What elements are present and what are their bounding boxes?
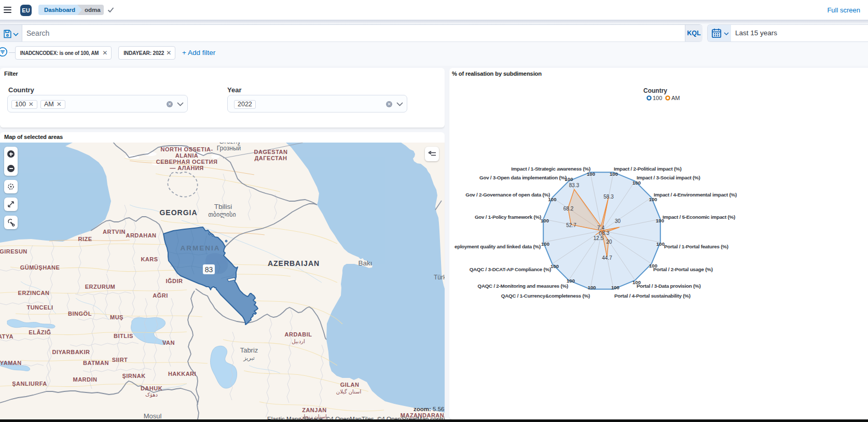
svg-text:MUŞ: MUŞ [110,314,123,320]
svg-text:100: 100 [587,171,595,177]
svg-text:ARDABIL: ARDABIL [285,331,312,337]
svg-text:zoom: 5.56: zoom: 5.56 [414,406,444,412]
svg-text:Portal / 2-Portal usage (%): Portal / 2-Portal usage (%) [653,266,713,272]
svg-text:83.3: 83.3 [569,182,580,188]
svg-text:100: 100 [656,241,665,247]
svg-text:58.3: 58.3 [603,194,614,200]
svg-text:VAN: VAN [162,340,175,346]
svg-text:GILAN: GILAN [340,382,360,388]
svg-text:AM: AM [671,95,680,101]
svg-text:68.2: 68.2 [563,206,574,212]
svg-text:AZERBAIJAN: AZERBAIJAN [268,259,320,268]
svg-text:ALANIA: ALANIA [175,152,199,159]
svg-text:100: 100 [541,218,549,223]
svg-text:Нальчик: Нальчик [155,143,180,144]
svg-text:52.7: 52.7 [566,222,576,228]
svg-text:GIRESUN: GIRESUN [0,248,27,255]
svg-text:GEORGIA: GEORGIA [159,208,197,217]
svg-text:ERZINCAN: ERZINCAN [18,290,50,296]
svg-text:GÜMÜŞHANE: GÜMÜŞHANE [20,264,60,271]
svg-text:KARS: KARS [141,256,158,262]
svg-text:DAHUK: DAHUK [141,385,162,391]
svg-text:AĞRI: AĞRI [153,292,168,299]
svg-text:ZANJAN: ZANJAN [302,407,327,413]
svg-text:ŞIRNAK: ŞIRNAK [122,373,145,379]
svg-text:ДАГЕСТАН: ДАГЕСТАН [255,155,287,161]
svg-text:Impact / 1-Strategic awareness: Impact / 1-Strategic awareness (%) [511,166,590,172]
svg-text:Portal / 1-Portal features (%): Portal / 1-Portal features (%) [664,244,728,249]
svg-text:SIIRT: SIIRT [112,357,128,363]
svg-text:Portal / 3-Data provision (%): Portal / 3-Data provision (%) [637,283,700,289]
svg-text:ARDAHAN: ARDAHAN [126,232,156,238]
svg-text:Türk: Türk [434,274,445,281]
svg-text:100: 100 [588,285,596,290]
svg-text:IĞDIR: IĞDIR [166,278,183,284]
svg-text:44.7: 44.7 [602,255,612,261]
svg-text:30: 30 [615,218,621,224]
svg-text:ATYA: ATYA [0,333,13,340]
svg-text:استان گیلان: استان گیلان [336,389,361,395]
svg-text:QAQC / 1-Currency&completeness: QAQC / 1-Currency&completeness (%) [501,293,590,299]
svg-text:83: 83 [205,265,213,274]
svg-text:Tabriz: Tabriz [240,346,258,354]
svg-text:eployment quality and linked d: eployment quality and linked data (%) [454,244,541,249]
svg-text:100: 100 [567,278,575,284]
svg-text:اردبيل: اردبيل [292,339,305,344]
svg-text:MARDIN: MARDIN [73,376,98,383]
svg-text:TUNCELI: TUNCELI [26,304,53,311]
svg-text:BATMAN: BATMAN [83,360,109,366]
svg-text:دهۆک: دهۆک [145,392,158,398]
svg-text:QAQC / 3-DCAT-AP Compliance (%: QAQC / 3-DCAT-AP Compliance (%) [470,266,551,272]
svg-text:100: 100 [632,180,641,186]
svg-text:Elastic Maps Service, ©4 OpenM: Elastic Maps Service, ©4 OpenMapTiles, ©… [267,416,445,419]
svg-text:Mosul: Mosul [144,412,162,419]
svg-text:12.5: 12.5 [594,235,604,241]
svg-text:ŞANLIURFA: ŞANLIURFA [12,381,47,387]
svg-text:Impact / 4-Environmental impac: Impact / 4-Environmental impact (%) [654,192,737,198]
svg-text:100: 100 [610,171,618,177]
svg-text:თბილისი: თბილისი [208,211,236,218]
svg-text:HAKKARI: HAKKARI [168,371,196,377]
svg-text:Impact / 2-Political impact (%: Impact / 2-Political impact (%) [614,166,682,172]
svg-text:Gov / 2-Governance of open dat: Gov / 2-Governance of open data (%) [465,192,550,198]
svg-text:— АЛАНИЯ: — АЛАНИЯ [170,165,204,171]
svg-text:Country: Country [643,87,667,94]
svg-text:100: 100 [611,285,619,290]
svg-text:Грозный: Грозный [217,145,241,152]
svg-text:Gov / 1-Policy framework (%): Gov / 1-Policy framework (%) [475,214,541,220]
svg-text:ARTVIN: ARTVIN [103,229,126,235]
svg-text:100: 100 [653,95,662,101]
svg-text:DAGESTAN: DAGESTAN [254,149,288,155]
svg-text:ARMENIA: ARMENIA [181,244,221,252]
svg-text:DIYARBAKIR: DIYARBAKIR [52,349,90,355]
svg-text:BINGÖL: BINGÖL [68,311,92,317]
svg-text:СЕВЕРНАЯ ОСЕТИЯ: СЕВЕРНАЯ ОСЕТИЯ [156,159,218,165]
svg-text:RIZE: RIZE [78,236,92,242]
svg-text:تبريز: تبريز [243,355,255,361]
svg-text:NORTH OSSETIA-: NORTH OSSETIA- [160,146,213,152]
svg-text:QAQC / 2-Monitoring and measur: QAQC / 2-Monitoring and measures (%) [478,283,568,289]
svg-text:Tbilisi: Tbilisi [214,203,232,210]
svg-text:20: 20 [606,239,612,245]
svg-text:ERZURUM: ERZURUM [85,284,116,290]
svg-text:BITLIS: BITLIS [114,333,133,339]
svg-text:IYAMAN: IYAMAN [0,360,22,366]
svg-text:Impact / 5-Economic impact (%): Impact / 5-Economic impact (%) [663,214,735,220]
svg-text:Gov / 3-Open data implementati: Gov / 3-Open data implementation (%) [479,175,567,180]
svg-text:100: 100 [541,241,549,247]
svg-text:100: 100 [550,263,559,269]
svg-text:ELÂZIĞ: ELÂZIĞ [29,329,51,335]
svg-text:Impact / 3-Social impact (%): Impact / 3-Social impact (%) [637,175,700,180]
svg-text:Portal / 4-Portal sustainabili: Portal / 4-Portal sustainability (%) [614,293,691,299]
svg-text:Bakı: Bakı [358,259,372,267]
